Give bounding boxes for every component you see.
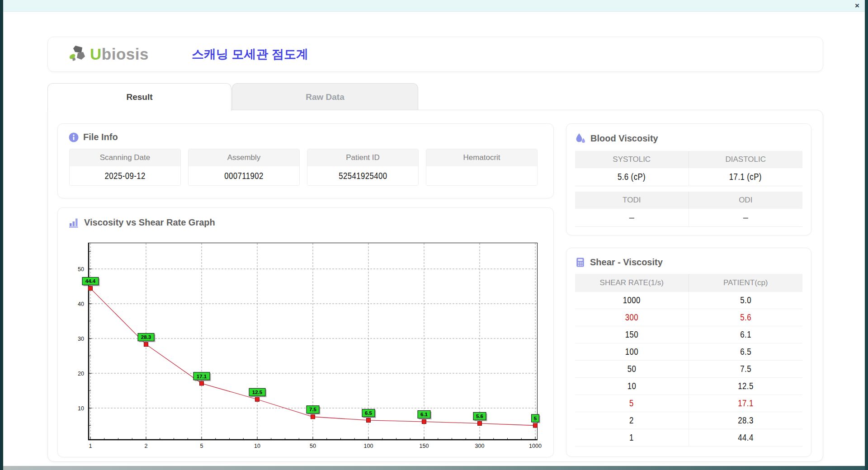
chart-point-marker (422, 420, 426, 424)
file-info-fields: Scanning Date 2025-09-12 Assembly 000711… (69, 149, 542, 186)
shear-rate-cell: 1 (575, 429, 689, 446)
diastolic-value-text: 17.1 (cP) (729, 172, 762, 182)
field-value: 2025-09-12 (70, 166, 180, 185)
cell-text: 1000 (623, 295, 641, 306)
x-tick-label: 150 (420, 443, 429, 449)
cell-text: 50 (627, 364, 636, 374)
patient-viscosity-cell: 7.5 (689, 361, 803, 378)
y-tick-label: 50 (78, 266, 84, 273)
shear-rate-cell: 50 (575, 361, 689, 378)
patient-viscosity-cell: 44.4 (689, 429, 803, 446)
x-tick-label: 1 (89, 443, 92, 449)
cell-text: 6.1 (740, 329, 751, 340)
cell-text: 6.5 (740, 347, 751, 357)
shear-rate-cell: 2 (575, 412, 689, 429)
app-header: Ubiosis 스캐닝 모세관 점도계 (47, 37, 823, 72)
field-label: Hematocrit (426, 149, 537, 166)
chart-point-label: 28.3 (141, 334, 151, 340)
viscosity-shear-plot: 44.428.317.112.57.56.56.15.6512510501001… (88, 243, 538, 440)
field-value-text: 000711902 (224, 171, 264, 181)
todi-header: TODI (575, 192, 689, 209)
cell-text: 12.5 (738, 381, 753, 391)
y-tick-label: 20 (78, 371, 84, 377)
patient-viscosity-cell: 6.5 (689, 343, 803, 361)
patient-viscosity-cell: 17.1 (689, 395, 803, 412)
systolic-value-text: 5.6 (cP) (618, 172, 646, 182)
cell-text: 28.3 (738, 415, 753, 426)
shear-viscosity-table-body: 10005.03005.61506.11006.5507.51012.5517.… (575, 292, 802, 446)
graph-title-row: Viscosity vs Shear Rate Graph (69, 217, 542, 228)
ubiosis-logo: Ubiosis (68, 44, 149, 64)
calculator-icon (575, 257, 585, 268)
chart-point-marker (478, 421, 482, 425)
y-tick-label: 40 (78, 301, 84, 307)
graph-title: Viscosity vs Shear Rate Graph (84, 217, 215, 228)
todi-value: – (575, 209, 689, 227)
odi-value: – (689, 209, 803, 227)
field-hematocrit: Hematocrit (426, 149, 538, 186)
viscosity-graph-card: Viscosity vs Shear Rate Graph 44.428.317… (57, 207, 554, 457)
chart-point-marker (367, 418, 371, 422)
tab-result[interactable]: Result (47, 83, 231, 111)
cell-text: 1 (629, 432, 634, 443)
cell-text: 150 (625, 329, 638, 340)
shear-viscosity-row: 10005.0 (575, 292, 802, 309)
x-tick-label: 1000 (529, 443, 542, 449)
chart-point-label: 7.5 (309, 407, 317, 412)
blood-viscosity-title-row: Blood Viscosity (575, 133, 802, 144)
patient-column-header: PATIENT(cp) (689, 274, 803, 292)
field-label: Patient ID (307, 149, 418, 166)
window-border-bottom (3, 466, 865, 470)
shear-viscosity-row: 1506.1 (575, 326, 802, 343)
patient-viscosity-cell: 5.6 (689, 309, 803, 326)
shear-rate-column-header: SHEAR RATE(1/s) (575, 274, 689, 292)
cell-text: 5.6 (740, 312, 751, 323)
shear-viscosity-row: 3005.6 (575, 309, 802, 326)
shear-viscosity-title: Shear - Viscosity (590, 257, 663, 268)
patient-viscosity-cell: 5.0 (689, 292, 803, 309)
shear-viscosity-title-row: Shear - Viscosity (575, 257, 802, 268)
page-title: 스캐닝 모세관 점도계 (192, 46, 308, 62)
field-value-text: 2025-09-12 (104, 171, 145, 181)
x-tick-label: 300 (475, 443, 485, 449)
info-icon (69, 132, 79, 142)
chart-point-label: 44.4 (85, 278, 96, 284)
tab-raw-data[interactable]: Raw Data (232, 83, 418, 110)
blood-viscosity-title: Blood Viscosity (590, 133, 658, 144)
field-value (426, 166, 537, 185)
shear-viscosity-row: 1012.5 (575, 378, 802, 395)
systolic-diastolic-table: SYSTOLIC DIASTOLIC 5.6 (cP) 17.1 (cP) (575, 151, 802, 186)
y-tick-label: 30 (78, 336, 84, 342)
cell-text: 7.5 (740, 364, 751, 374)
chart-point-marker (255, 397, 259, 401)
x-tick-label: 10 (254, 443, 260, 449)
chart-point-label: 6.1 (420, 412, 428, 417)
file-info-title: File Info (83, 132, 118, 142)
field-value: 52541925400 (307, 166, 418, 185)
shear-viscosity-row: 507.5 (575, 361, 802, 378)
window-titlebar: × (3, 0, 865, 12)
chart-point-marker (200, 381, 204, 385)
shear-rate-cell: 150 (575, 326, 689, 343)
cell-text: 44.4 (738, 432, 753, 443)
file-info-title-row: File Info (69, 132, 542, 142)
patient-viscosity-cell: 6.1 (689, 326, 803, 343)
chart-point-label: 17.1 (197, 374, 207, 379)
shear-rate-cell: 1000 (575, 292, 689, 309)
patient-viscosity-cell: 12.5 (689, 378, 803, 395)
shear-viscosity-row: 228.3 (575, 412, 802, 429)
cell-text: 5.0 (740, 295, 751, 306)
field-value: 000711902 (189, 166, 299, 185)
shear-viscosity-table: SHEAR RATE(1/s) PATIENT(cp) 10005.03005.… (575, 274, 802, 446)
field-value-text: 52541925400 (339, 171, 387, 181)
close-icon[interactable]: × (855, 1, 859, 10)
bar-chart-icon (69, 217, 80, 228)
cell-text: 100 (625, 347, 638, 357)
shear-viscosity-row: 144.4 (575, 429, 802, 446)
shear-viscosity-table-header: SHEAR RATE(1/s) PATIENT(cp) (575, 274, 802, 292)
logo-rest: biosis (102, 45, 149, 63)
logo-letter-u: U (90, 45, 102, 63)
chart-point-label: 5 (534, 416, 537, 421)
shear-rate-cell: 300 (575, 309, 689, 326)
cell-text: 5 (629, 398, 634, 409)
